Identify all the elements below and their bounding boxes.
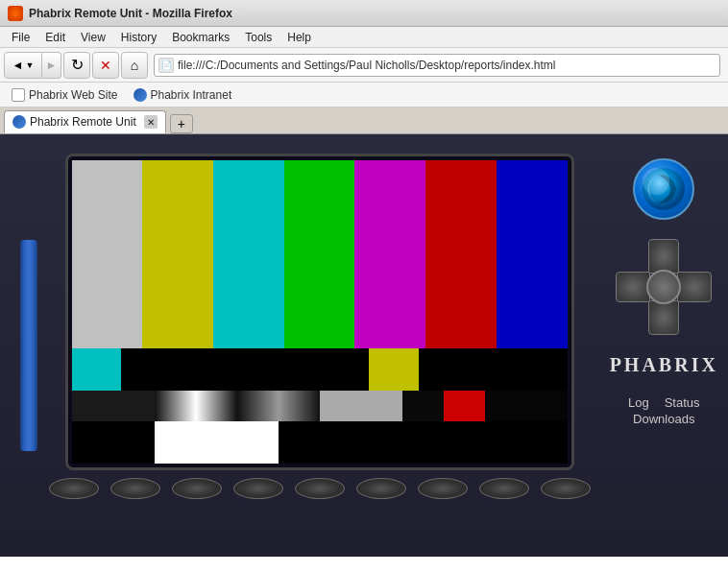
screen [72,160,568,464]
color-bars-lower-row3 [72,421,568,464]
tab-close-button[interactable]: ✕ [144,115,158,129]
main-content: Phabrix Log Status Downloads [0,134,728,557]
bar-black4 [279,421,568,464]
bookmark-website-label: Phabrix Web Site [29,88,118,102]
device-body: Phabrix Log Status Downloads [0,134,728,557]
menu-file[interactable]: File [4,29,37,46]
dpad-down[interactable] [648,300,679,335]
bookmark-phabrix-intranet[interactable]: Phabrix Intranet [126,86,240,104]
stop-button[interactable]: ✕ [92,52,119,79]
bar-magenta [354,160,425,348]
downloads-label[interactable]: Downloads [633,412,694,426]
bar-lower-yellow [369,348,419,391]
menu-bookmarks[interactable]: Bookmarks [164,29,237,46]
bar-dark1 [72,391,155,421]
home-button[interactable]: ⌂ [121,52,148,79]
color-bars-lower-row2 [72,391,568,421]
oval-btn-6[interactable] [356,478,406,499]
bar-grey [72,160,143,348]
bar-blue [497,160,568,348]
bar-dark2 [402,391,444,421]
oval-btn-8[interactable] [479,478,529,499]
status-labels: Log Status Downloads [628,395,700,426]
bar-lower-black2 [419,348,568,391]
center-panel [49,144,600,547]
page-bookmark-icon [12,88,25,102]
menu-view[interactable]: View [73,29,113,46]
left-panel [0,144,49,547]
bar-yellow [142,160,213,348]
tab-label: Phabrix Remote Unit [30,115,136,129]
phabrix-logo-svg [640,165,688,213]
reload-button[interactable]: ↻ [63,52,90,79]
oval-btn-5[interactable] [295,478,345,499]
tab-phabrix[interactable]: Phabrix Remote Unit ✕ [4,110,166,133]
bookmark-intranet-label: Phabrix Intranet [151,88,232,102]
dpad-up[interactable] [648,239,679,274]
menu-bar: File Edit View History Bookmarks Tools H… [0,27,728,48]
bookmarks-bar: Phabrix Web Site Phabrix Intranet [0,83,728,107]
toolbar: ◄▼ ► ↻ ✕ ⌂ 📄 file:///C:/Documents and Se… [0,48,728,83]
color-bars-upper [72,160,568,348]
firefox-icon [8,6,23,21]
dpad-right[interactable] [677,272,712,302]
new-tab-button[interactable]: + [170,114,193,133]
logo-circle [633,158,694,220]
oval-btn-2[interactable] [110,478,160,499]
screen-container [65,154,574,470]
bar-green [284,160,355,348]
dpad [616,239,712,335]
menu-tools[interactable]: Tools [237,29,279,46]
bottom-buttons [49,478,591,499]
bar-red2 [444,391,485,421]
brand-label: Phabrix [610,354,718,376]
bar-black3 [72,421,155,464]
bar-gradient [155,391,320,421]
address-text: file:///C:/Documents and Settings/Paul N… [178,59,716,72]
bar-white-box [155,421,279,464]
oval-btn-1[interactable] [49,478,99,499]
bar-lower-black1 [121,348,369,391]
bar-cyan [213,160,284,348]
forward-button[interactable]: ► [42,52,61,79]
oval-btn-3[interactable] [172,478,222,499]
back-button[interactable]: ◄▼ [4,52,42,79]
oval-btn-7[interactable] [418,478,468,499]
svg-point-0 [643,168,685,210]
bar-dark3 [485,391,568,421]
nav-group: ◄▼ ► [4,52,61,79]
status-row-1: Log Status [628,395,700,410]
dpad-center[interactable] [646,270,681,304]
tab-favicon [12,115,26,129]
left-handle [20,240,37,451]
bar-lower-cyan [72,348,122,391]
oval-btn-4[interactable] [233,478,283,499]
device-inner: Phabrix Log Status Downloads [0,144,728,547]
log-label[interactable]: Log [628,395,649,410]
right-panel: Phabrix Log Status Downloads [600,144,728,547]
tabs-bar: Phabrix Remote Unit ✕ + [0,107,728,134]
color-bars-lower-row1 [72,348,568,391]
oval-btn-9[interactable] [541,478,591,499]
phabrix-bookmark-icon [133,88,147,102]
menu-help[interactable]: Help [279,29,319,46]
window-title: Phabrix Remote Unit - Mozilla Firefox [29,7,232,20]
page-icon: 📄 [158,58,174,73]
status-label[interactable]: Status [665,395,700,410]
menu-history[interactable]: History [113,29,164,46]
bar-lgrey [320,391,402,421]
bar-red [425,160,497,348]
menu-edit[interactable]: Edit [37,29,73,46]
address-bar[interactable]: 📄 file:///C:/Documents and Settings/Paul… [154,54,720,77]
title-bar: Phabrix Remote Unit - Mozilla Firefox [0,0,728,27]
bookmark-phabrix-website[interactable]: Phabrix Web Site [4,86,126,104]
status-row-2: Downloads [633,412,694,426]
dpad-left[interactable] [616,272,650,302]
